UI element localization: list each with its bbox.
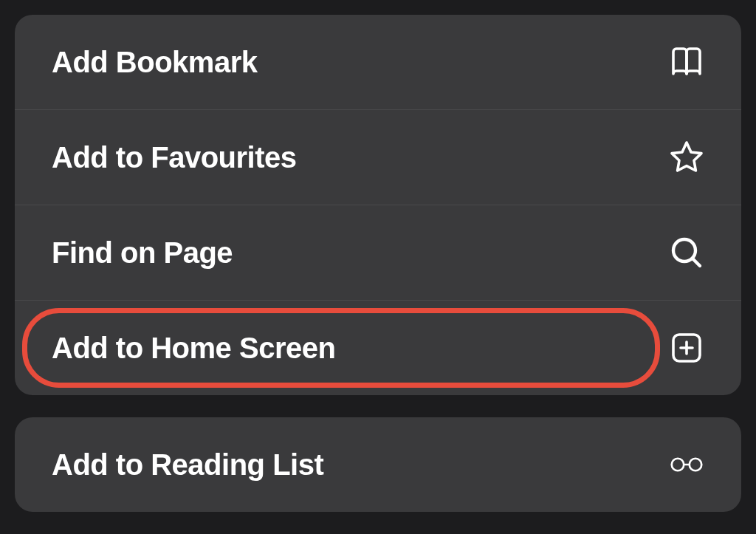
book-icon	[669, 44, 704, 80]
menu-item-label: Add Bookmark	[52, 46, 258, 79]
menu-item-label: Add to Favourites	[52, 141, 297, 174]
menu-item-label: Add to Reading List	[52, 448, 323, 482]
find-on-page-item[interactable]: Find on Page	[15, 205, 741, 301]
share-menu-group-1: Add Bookmark Add to Favourites Find on P…	[15, 15, 741, 395]
add-to-reading-list-item[interactable]: Add to Reading List	[15, 417, 741, 512]
svg-point-7	[690, 459, 702, 471]
menu-item-label: Add to Home Screen	[52, 332, 335, 365]
add-to-home-screen-item[interactable]: Add to Home Screen	[15, 301, 741, 395]
add-bookmark-item[interactable]: Add Bookmark	[15, 15, 741, 110]
add-to-favourites-item[interactable]: Add to Favourites	[15, 110, 741, 205]
menu-item-label: Find on Page	[52, 236, 233, 270]
svg-marker-0	[672, 143, 701, 171]
svg-point-6	[672, 459, 684, 471]
svg-line-2	[693, 259, 700, 266]
plus-square-icon	[669, 330, 704, 366]
glasses-icon	[669, 447, 704, 482]
share-menu-group-2: Add to Reading List	[15, 417, 741, 512]
star-icon	[669, 140, 704, 175]
search-icon	[669, 235, 704, 270]
